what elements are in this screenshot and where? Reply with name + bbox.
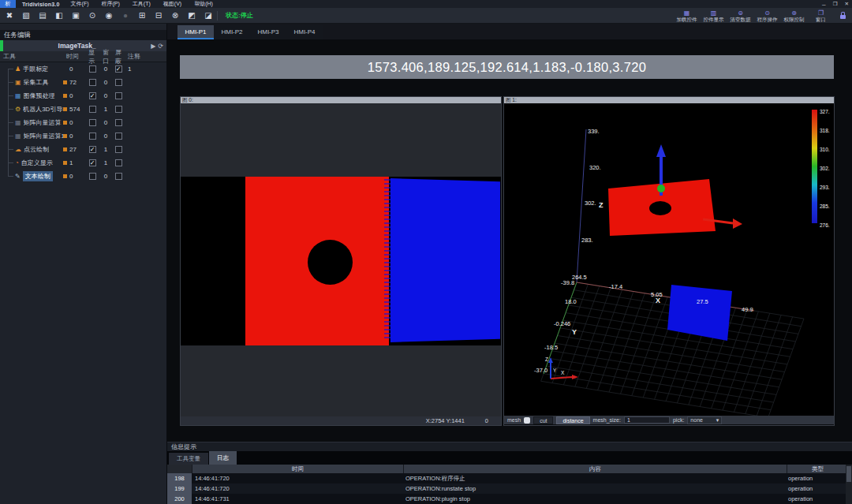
tools-icon[interactable]: ✖ [4,10,15,21]
show-checkbox[interactable] [89,133,96,140]
menu-item-1[interactable]: 文件(F) [71,0,89,8]
pixel-value: 0 [485,417,488,424]
window-value: 0 [104,65,107,73]
mask-checkbox[interactable] [115,79,122,86]
show-checkbox[interactable]: ✓ [89,159,96,166]
tool-row-4[interactable]: ⚙机器人3D引导模块5741 [0,103,166,116]
tool-row-8[interactable]: ◔自定义显示1✓1 [0,156,166,170]
mask-checkbox[interactable] [115,119,122,126]
log-tab-2[interactable]: 日志 [209,451,237,465]
time-bullet-icon [63,121,67,125]
toolbar-button-3[interactable]: ⊜清空数据 [728,9,753,24]
mask-checkbox[interactable]: ✓ [115,65,122,73]
tab-hmi-p3[interactable]: HMI-P3 [250,25,286,39]
tool-row-3[interactable]: ▦图像预处理0✓0 [0,89,166,103]
time-bullet-icon [63,80,67,84]
tree-guide [8,149,13,150]
maximize-icon[interactable]: ❐ [833,1,838,7]
window-value: 1 [104,106,107,113]
show-checkbox[interactable]: ✓ [89,146,96,153]
mask-checkbox[interactable] [115,173,122,180]
tool-cell: ▣采集工具 [0,76,63,89]
log-row-199[interactable]: 19914:46:41:720OPERATION:runstate stopop… [167,483,852,494]
pick-icon[interactable]: ◩ [186,10,197,21]
menu-item-3[interactable]: 工具(T) [133,0,151,8]
time-value: 0 [69,133,73,140]
pick-alt-icon[interactable]: ◪ [203,10,214,21]
colorbar [812,110,817,223]
tool-row-9[interactable]: ✎文本绘制00 [0,170,166,183]
tab-hmi-p1[interactable]: HMI-P1 [178,25,214,39]
show-checkbox[interactable] [89,173,96,180]
show-checkbox[interactable] [89,106,96,113]
tool-row-1[interactable]: ♟手眼标定00✓1 [0,62,166,76]
stop-icon[interactable]: ⊗ [170,10,181,21]
task-loop-icon[interactable]: ⟳ [158,43,163,50]
mask-checkbox[interactable] [115,159,122,166]
log-row-200[interactable]: 20014:46:41:731OPERATION:plugin stopoper… [167,494,852,504]
toolbar-button-1[interactable]: ▦加载控件 [674,9,699,24]
log-tab-1[interactable]: 工具变量 [169,453,208,465]
show-checkbox[interactable] [89,65,96,73]
mesh-checkbox[interactable] [524,417,530,424]
grid-line [544,374,771,410]
3d-view[interactable]: XZY339.320.302.283.264.5-39.8-17.45.0527… [504,103,834,416]
tool-label: 矩阵向量运算1 [24,132,63,140]
toolbar-button-2[interactable]: ▥控件显示 [701,9,726,24]
app-title: Tridivision3.0 [22,2,60,7]
tool-row-6[interactable]: ▦矩阵向量运算100 [0,129,166,143]
new-task-icon[interactable]: ▤ [37,10,48,21]
add-icon[interactable]: ⊞ [136,10,148,21]
note-cell [125,156,166,170]
tab-hmi-p2[interactable]: HMI-P2 [214,25,250,39]
x-tick: 49.9 [742,306,753,313]
mesh-size-input[interactable] [624,416,670,424]
sidebar-title: 任务编辑 [0,30,166,40]
toolbar-button-label: 加载控件 [677,17,697,22]
log-row-198[interactable]: 19814:46:41:720OPERATION:程序停止operation [167,473,852,483]
tab-hmi-p4[interactable]: HMI-P4 [286,25,323,39]
task-header[interactable]: ImageTask_ ▶ ⟳ [0,40,166,51]
template-icon[interactable]: ▧ [21,10,32,21]
mask-checkbox[interactable] [115,92,122,99]
record-icon: ● [120,10,131,21]
menu-item-5[interactable]: 帮助(H) [194,0,213,8]
menu-item-2[interactable]: 程序(P) [102,0,120,8]
toolbar-button-6[interactable]: ❐窗口 [809,9,833,24]
log-scrollbar[interactable] [846,465,852,504]
toolbar-button-5[interactable]: ⊛权限控制 [782,9,806,24]
distance-button[interactable]: distance [556,416,589,424]
open-folder-icon[interactable]: ◧ [54,10,65,21]
chevron-down-icon: ▾ [716,417,719,424]
pick-select[interactable]: none ▾ [687,416,722,424]
show-checkbox[interactable] [89,119,96,126]
run-icon[interactable]: ◉ [103,10,114,21]
tool-label: 采集工具 [24,78,49,87]
save-icon[interactable]: ▣ [70,10,81,21]
grid-line [549,358,776,394]
window-value: 0 [104,173,107,180]
delete-icon[interactable]: ⊟ [153,10,164,21]
tool-row-2[interactable]: ▣采集工具720 [0,76,166,89]
grid-line [757,317,792,416]
lock-icon[interactable] [840,15,846,19]
window-cell: 0 [99,76,112,89]
log-scrollbar-thumb[interactable] [846,466,851,482]
mask-checkbox[interactable] [115,133,122,140]
tool-row-7[interactable]: ☁点云绘制27✓1 [0,143,166,156]
minimize-icon[interactable]: ─ [822,2,826,7]
show-checkbox[interactable]: ✓ [89,92,96,99]
task-run-icon[interactable]: ▶ [151,43,155,50]
cut-button[interactable]: cut [533,416,553,424]
toolbar-button-4[interactable]: ⊙程序操作 [755,9,779,24]
menu-item-4[interactable]: 视图(V) [163,0,181,8]
show-checkbox[interactable] [89,79,96,86]
close-icon[interactable]: ✕ [845,1,849,7]
mask-checkbox[interactable] [115,146,122,153]
grid-line [586,289,622,388]
tool-row-5[interactable]: ▦矩阵向量运算00 [0,116,166,129]
step-run-icon[interactable]: ⊙ [87,10,98,21]
log-row-type: operation [785,495,846,502]
mask-checkbox[interactable] [115,106,122,113]
image-view[interactable] [181,103,501,416]
